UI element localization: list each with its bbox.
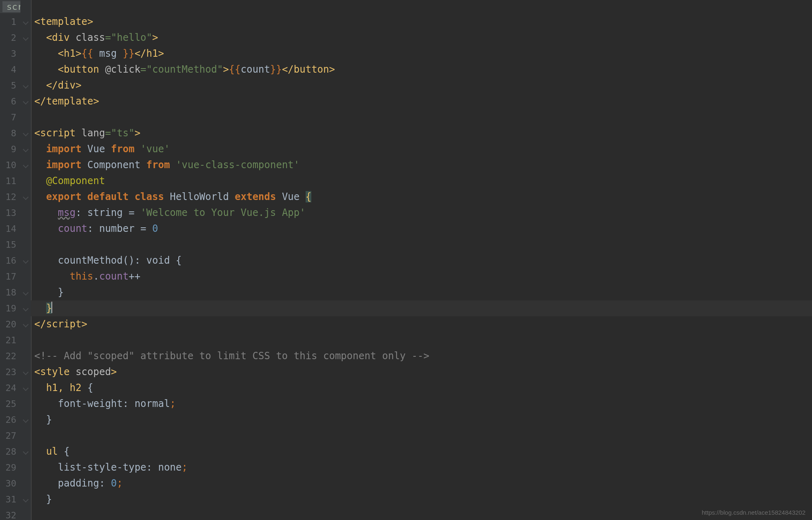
fold-marker[interactable]: [20, 412, 31, 428]
line-number[interactable]: 7: [0, 109, 20, 125]
code-editor: script 1 2 3 4 5 6 7 8 9 10 11 12 13 14 …: [0, 0, 812, 520]
line-number[interactable]: 26: [0, 412, 20, 428]
code-line[interactable]: import Component from 'vue-class-compone…: [31, 157, 812, 173]
fold-marker[interactable]: [20, 78, 31, 93]
code-line[interactable]: </template>: [31, 93, 812, 109]
code-line[interactable]: [31, 332, 812, 348]
code-line[interactable]: [31, 507, 812, 520]
code-line[interactable]: <div class="hello">: [31, 30, 812, 46]
line-number[interactable]: 18: [0, 284, 20, 300]
code-line[interactable]: <template>: [31, 14, 812, 30]
code-line[interactable]: export default class HelloWorld extends …: [31, 189, 812, 205]
line-number[interactable]: 19: [0, 300, 20, 316]
line-number[interactable]: 27: [0, 428, 20, 444]
line-number[interactable]: 25: [0, 396, 20, 412]
fold-marker[interactable]: [20, 30, 31, 46]
line-number[interactable]: 1: [0, 14, 20, 30]
line-number[interactable]: 11: [0, 173, 20, 189]
code-line[interactable]: import Vue from 'vue': [31, 141, 812, 157]
code-line[interactable]: <button @click="countMethod">{{count}}</…: [31, 62, 812, 78]
line-number[interactable]: 5: [0, 78, 20, 93]
code-line[interactable]: h1, h2 {: [31, 380, 812, 396]
fold-marker[interactable]: [20, 316, 31, 332]
code-line[interactable]: countMethod(): void {: [31, 253, 812, 269]
line-number[interactable]: 13: [0, 205, 20, 221]
line-number[interactable]: 4: [0, 62, 20, 78]
code-line-current[interactable]: }: [31, 300, 812, 316]
code-line[interactable]: <!-- Add "scoped" attribute to limit CSS…: [31, 348, 812, 364]
code-line[interactable]: }: [31, 284, 812, 300]
code-line[interactable]: }: [31, 412, 812, 428]
line-number[interactable]: 21: [0, 332, 20, 348]
line-number[interactable]: 12: [0, 189, 20, 205]
line-number-gutter: 1 2 3 4 5 6 7 8 9 10 11 12 13 14 15 16 1…: [0, 0, 20, 520]
line-number[interactable]: 32: [0, 507, 20, 520]
code-line[interactable]: [31, 109, 812, 125]
code-line[interactable]: msg: string = 'Welcome to Your Vue.js Ap…: [31, 205, 812, 221]
code-line[interactable]: <style scoped>: [31, 364, 812, 380]
line-number[interactable]: 17: [0, 269, 20, 284]
line-number[interactable]: 9: [0, 141, 20, 157]
line-number[interactable]: 29: [0, 460, 20, 476]
line-number[interactable]: 16: [0, 253, 20, 269]
code-line[interactable]: ul {: [31, 444, 812, 460]
code-line[interactable]: <h1>{{ msg }}</h1>: [31, 46, 812, 62]
code-content[interactable]: <template> <div class="hello"> <h1>{{ ms…: [31, 0, 812, 520]
code-line[interactable]: this.count++: [31, 269, 812, 284]
code-line[interactable]: count: number = 0: [31, 221, 812, 237]
caret-icon: [51, 302, 52, 313]
line-number[interactable]: 23: [0, 364, 20, 380]
line-number[interactable]: 20: [0, 316, 20, 332]
line-number[interactable]: 31: [0, 491, 20, 507]
fold-marker[interactable]: [20, 491, 31, 507]
fold-marker[interactable]: [20, 284, 31, 300]
fold-marker[interactable]: [20, 157, 31, 173]
line-number[interactable]: 22: [0, 348, 20, 364]
code-line[interactable]: list-style-type: none;: [31, 460, 812, 476]
code-line[interactable]: </div>: [31, 78, 812, 93]
line-number[interactable]: 10: [0, 157, 20, 173]
fold-marker[interactable]: [20, 189, 31, 205]
fold-marker[interactable]: [20, 380, 31, 396]
line-number[interactable]: 15: [0, 237, 20, 253]
code-line[interactable]: padding: 0;: [31, 476, 812, 491]
line-number[interactable]: 6: [0, 93, 20, 109]
code-line[interactable]: [31, 428, 812, 444]
fold-marker[interactable]: [20, 253, 31, 269]
fold-marker[interactable]: [20, 93, 31, 109]
line-number[interactable]: 3: [0, 46, 20, 62]
fold-marker[interactable]: [20, 125, 31, 141]
line-number[interactable]: 2: [0, 30, 20, 46]
line-number[interactable]: 30: [0, 476, 20, 491]
line-number[interactable]: 8: [0, 125, 20, 141]
fold-gutter: [20, 0, 31, 520]
line-number[interactable]: 24: [0, 380, 20, 396]
fold-marker[interactable]: [20, 141, 31, 157]
code-line[interactable]: <script lang="ts">: [31, 125, 812, 141]
line-number[interactable]: 14: [0, 221, 20, 237]
line-number[interactable]: 28: [0, 444, 20, 460]
fold-marker[interactable]: [20, 364, 31, 380]
code-line[interactable]: [31, 237, 812, 253]
code-line[interactable]: }: [31, 491, 812, 507]
fold-marker[interactable]: [20, 444, 31, 460]
fold-marker[interactable]: [20, 14, 31, 30]
watermark-text: https://blog.csdn.net/ace15824843202: [702, 509, 805, 516]
code-line[interactable]: @Component: [31, 173, 812, 189]
code-line[interactable]: font-weight: normal;: [31, 396, 812, 412]
code-line[interactable]: </script>: [31, 316, 812, 332]
